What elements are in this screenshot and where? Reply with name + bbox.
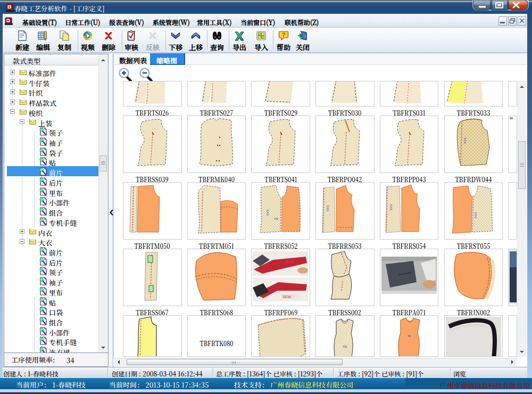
- svg-text:6015: 6015: [286, 260, 294, 264]
- svg-text:?: ?: [282, 31, 286, 38]
- svg-text:XS: XS: [343, 345, 347, 348]
- svg-text:XXS: XXS: [389, 204, 393, 210]
- svg-text:TBFRTK080: TBFRTK080: [200, 338, 233, 348]
- svg-text:XS: XS: [274, 217, 278, 220]
- svg-text:XXS: XXS: [266, 209, 269, 216]
- svg-text:XXS: XXS: [326, 205, 329, 211]
- svg-text:XXS: XXS: [474, 212, 477, 218]
- svg-text:M: M: [408, 334, 411, 338]
- svg-text:XXS: XXS: [463, 137, 467, 144]
- svg-text:SEW: SEW: [282, 295, 291, 299]
